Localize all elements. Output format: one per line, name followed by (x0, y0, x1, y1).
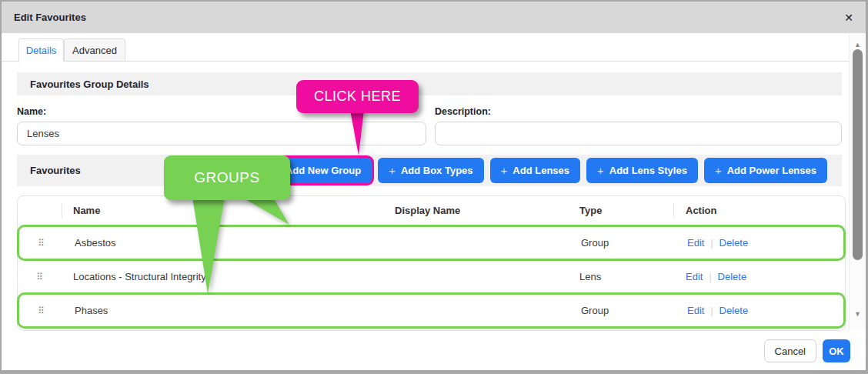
scroll-down-icon[interactable]: ▼ (850, 310, 866, 318)
click-here-callout: CLICK HERE (296, 80, 419, 113)
table-row[interactable]: ⠿ Asbestos Group Edit | Delete (17, 225, 846, 261)
name-label: Name: (17, 106, 46, 117)
tab-details[interactable]: Details (18, 38, 64, 62)
add-box-types-button[interactable]: + Add Box Types (378, 158, 483, 183)
row-actions: Edit | Delete (673, 271, 845, 282)
table-row[interactable]: ⠿ Locations - Structural Integrity Lens … (18, 261, 845, 292)
drag-handle-icon[interactable]: ⠿ (38, 238, 45, 249)
tab-bar: Details Advanced (2, 38, 849, 62)
table-header-row: Name Display Name Type Action (18, 196, 845, 225)
close-icon[interactable]: ✕ (841, 10, 856, 25)
favourites-table: Name Display Name Type Action ⠿ Asbestos… (17, 195, 846, 331)
ok-button[interactable]: OK (823, 339, 850, 362)
delete-link[interactable]: Delete (718, 271, 747, 282)
action-separator: | (709, 272, 711, 282)
drag-handle-icon[interactable]: ⠿ (38, 306, 45, 316)
dialog-footer: Cancel OK (764, 339, 850, 362)
description-label: Description: (435, 106, 491, 117)
groups-callout: GROUPS (164, 155, 290, 200)
description-input[interactable] (435, 122, 842, 145)
delete-link[interactable]: Delete (719, 237, 749, 249)
add-lenses-button[interactable]: + Add Lenses (490, 158, 580, 183)
column-header-action: Action (673, 196, 845, 225)
favourites-button-row: + Add New Group + Add Box Types + Add Le… (336, 158, 827, 183)
click-here-callout-tail (340, 109, 371, 157)
edit-link[interactable]: Edit (687, 305, 704, 316)
row-type: Group (566, 305, 675, 316)
dialog-title: Edit Favourites (14, 12, 86, 23)
plus-icon: + (597, 164, 604, 177)
delete-link[interactable]: Delete (719, 305, 749, 316)
vertical-scrollbar[interactable]: ▲ ▼ (849, 33, 866, 330)
row-name: Phases (63, 305, 381, 316)
plus-icon: + (501, 164, 508, 177)
scroll-up-icon[interactable]: ▲ (850, 41, 866, 48)
edit-link[interactable]: Edit (686, 271, 703, 282)
plus-icon: + (389, 164, 396, 177)
row-type: Group (566, 237, 675, 249)
action-separator: | (710, 306, 713, 316)
cancel-button[interactable]: Cancel (764, 339, 816, 362)
row-actions: Edit | Delete (675, 305, 843, 316)
plus-icon: + (715, 164, 722, 177)
action-separator: | (710, 238, 713, 249)
edit-favourites-dialog: Edit Favourites ✕ Details Advanced Favou… (0, 0, 868, 374)
tab-advanced[interactable]: Advanced (64, 38, 125, 62)
add-lens-styles-button[interactable]: + Add Lens Styles (586, 158, 698, 183)
row-actions: Edit | Delete (675, 237, 843, 249)
column-header-display-name: Display Name (379, 196, 564, 225)
row-type: Lens (564, 271, 673, 282)
dialog-titlebar: Edit Favourites ✕ (2, 2, 866, 33)
scrollbar-thumb[interactable] (853, 49, 863, 260)
column-header-type: Type (564, 196, 673, 225)
table-row[interactable]: ⠿ Phases Group Edit | Delete (17, 292, 846, 329)
drag-handle-icon[interactable]: ⠿ (36, 272, 43, 282)
add-power-lenses-button[interactable]: + Add Power Lenses (704, 158, 827, 183)
groups-callout-tails (155, 194, 309, 302)
group-details-section-header: Favourites Group Details (17, 72, 842, 95)
edit-link[interactable]: Edit (687, 237, 704, 249)
